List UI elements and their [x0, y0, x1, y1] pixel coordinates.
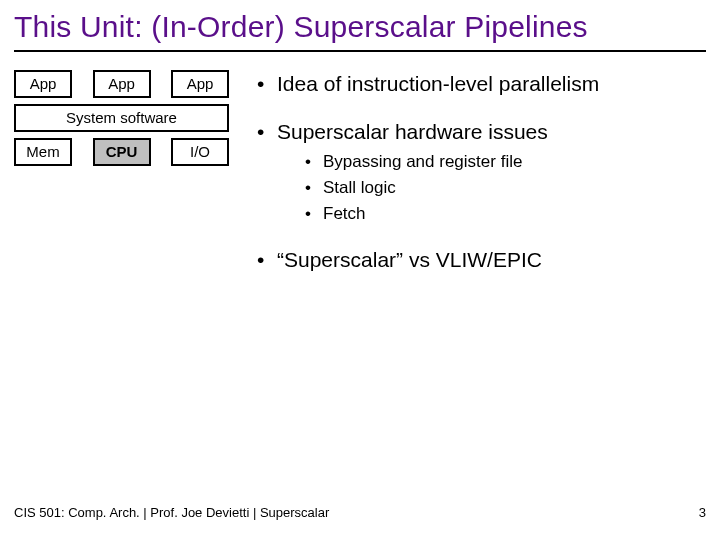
sub-fetch: Fetch: [305, 204, 706, 224]
footer-text: CIS 501: Comp. Arch. | Prof. Joe Deviett…: [14, 505, 329, 520]
system-software-box: System software: [14, 104, 229, 132]
mem-box: Mem: [14, 138, 72, 166]
slide-title: This Unit: (In-Order) Superscalar Pipeli…: [14, 10, 706, 52]
sub-stall: Stall logic: [305, 178, 706, 198]
bullet-ilp-text: Idea of instruction-level parallelism: [277, 72, 599, 95]
hardware-row: Mem CPU I/O: [14, 138, 229, 166]
system-stack-diagram: App App App System software Mem CPU I/O: [14, 70, 229, 296]
sub-bypass: Bypassing and register file: [305, 152, 706, 172]
bullet-vliw: “Superscalar” vs VLIW/EPIC: [255, 248, 706, 272]
bullet-vliw-text: “Superscalar” vs VLIW/EPIC: [277, 248, 542, 271]
bullet-list: Idea of instruction-level parallelism Su…: [255, 70, 706, 296]
app-box-3: App: [171, 70, 229, 98]
app-box-2: App: [93, 70, 151, 98]
io-box: I/O: [171, 138, 229, 166]
bullet-hardware: Superscalar hardware issues Bypassing an…: [255, 120, 706, 224]
content-area: App App App System software Mem CPU I/O …: [14, 70, 706, 296]
slide: This Unit: (In-Order) Superscalar Pipeli…: [0, 0, 720, 540]
page-number: 3: [699, 505, 706, 520]
app-box-1: App: [14, 70, 72, 98]
bullet-ilp: Idea of instruction-level parallelism: [255, 72, 706, 96]
sub-bullets: Bypassing and register file Stall logic …: [277, 152, 706, 224]
cpu-box: CPU: [93, 138, 151, 166]
bullet-hardware-text: Superscalar hardware issues: [277, 120, 548, 143]
system-software-row: System software: [14, 104, 229, 132]
footer: CIS 501: Comp. Arch. | Prof. Joe Deviett…: [14, 505, 706, 520]
app-row: App App App: [14, 70, 229, 98]
